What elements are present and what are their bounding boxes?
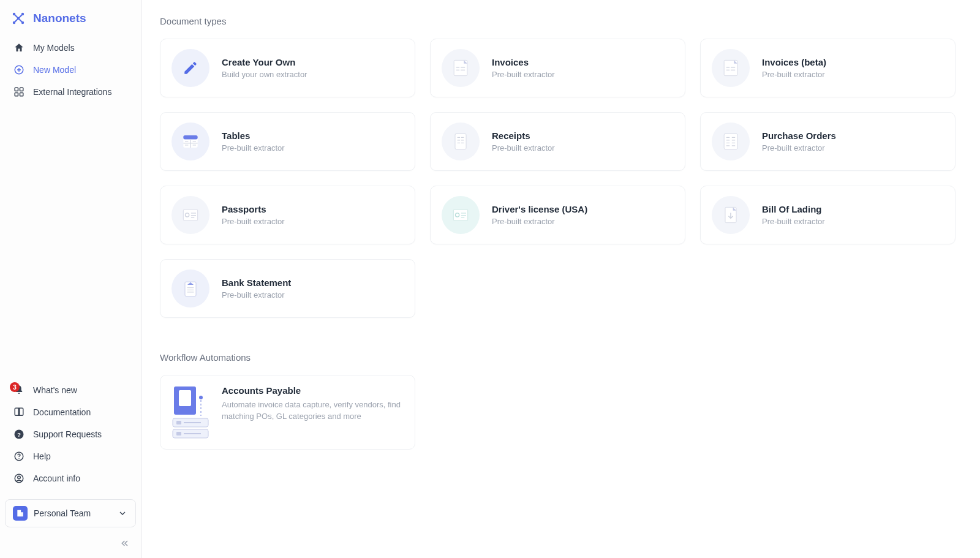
card-purchase-orders[interactable]: Purchase Orders Pre-built extractor (700, 112, 956, 171)
user-circle-icon (13, 473, 24, 484)
sidebar-item-whats-new[interactable]: 3 What's new (5, 379, 136, 401)
card-receipts[interactable]: Receipts Pre-built extractor (430, 112, 685, 171)
workflow-card-accounts-payable[interactable]: Accounts Payable Automate invoice data c… (160, 375, 415, 450)
svg-rect-45 (732, 137, 735, 138)
svg-rect-51 (732, 145, 735, 146)
sidebar-item-help[interactable]: Help (5, 445, 136, 467)
svg-rect-29 (183, 135, 197, 139)
sidebar-item-documentation[interactable]: Documentation (5, 401, 136, 423)
sidebar-item-my-models[interactable]: My Models (5, 37, 136, 59)
svg-rect-40 (461, 140, 464, 140)
workflow-illustration-icon (172, 385, 209, 439)
section-title-workflow-automations: Workflow Automations (160, 352, 956, 363)
workflow-grid: Accounts Payable Automate invoice data c… (160, 375, 956, 450)
svg-point-13 (18, 458, 19, 459)
card-title: Bill Of Lading (762, 204, 825, 214)
card-title: Passports (222, 204, 285, 214)
sidebar-item-label: Support Requests (33, 429, 102, 439)
card-title: Purchase Orders (762, 130, 836, 141)
passport-icon (172, 196, 209, 234)
svg-rect-27 (731, 70, 735, 70)
card-title: Create Your Own (222, 57, 307, 67)
receipt-icon (442, 123, 480, 160)
card-tables[interactable]: Tables Pre-built extractor (160, 112, 415, 171)
svg-rect-6 (15, 88, 18, 91)
svg-rect-73 (184, 422, 201, 423)
notification-badge: 3 (10, 382, 20, 392)
card-subtitle: Pre-built extractor (222, 217, 285, 226)
svg-rect-69 (179, 390, 191, 406)
plus-circle-icon (13, 64, 24, 75)
support-icon: ? (13, 429, 24, 440)
svg-rect-43 (724, 134, 737, 149)
svg-rect-22 (461, 70, 465, 70)
svg-rect-37 (458, 137, 461, 138)
nav-bottom: 3 What's new Documentation ? Support Req… (0, 379, 141, 493)
svg-rect-76 (184, 433, 201, 434)
grid-icon (13, 86, 24, 97)
card-subtitle: Pre-built extractor (222, 290, 291, 300)
workflow-subtitle: Automate invoice data capture, verify ve… (222, 399, 404, 423)
id-card-icon (442, 196, 480, 234)
card-subtitle: Pre-built extractor (492, 70, 555, 79)
svg-rect-35 (193, 145, 196, 145)
card-invoices[interactable]: Invoices Pre-built extractor (430, 39, 685, 97)
collapse-sidebar-button[interactable] (118, 536, 132, 551)
svg-rect-49 (732, 143, 735, 143)
card-subtitle: Pre-built extractor (762, 143, 836, 153)
svg-rect-26 (726, 70, 729, 70)
card-title: Driver's license (USA) (492, 204, 587, 214)
card-subtitle: Pre-built extractor (492, 143, 555, 153)
svg-rect-17 (21, 512, 23, 516)
sidebar-item-support-requests[interactable]: ? Support Requests (5, 423, 136, 445)
svg-rect-44 (726, 137, 729, 138)
team-selector[interactable]: Personal Team (5, 499, 136, 527)
svg-rect-38 (461, 137, 464, 138)
bank-document-icon (172, 270, 209, 307)
card-title: Receipts (492, 130, 555, 141)
svg-rect-56 (191, 217, 194, 218)
svg-rect-59 (461, 213, 466, 213)
team-badge-icon (13, 506, 28, 521)
card-bank-statement[interactable]: Bank Statement Pre-built extractor (160, 259, 415, 318)
svg-rect-19 (456, 67, 459, 67)
sidebar-item-external-integrations[interactable]: External Integrations (5, 81, 136, 103)
svg-rect-41 (458, 143, 461, 143)
sidebar-item-new-model[interactable]: New Model (5, 59, 136, 81)
document-download-icon (712, 196, 750, 234)
card-title: Invoices (beta) (762, 57, 826, 67)
chevron-double-left-icon (120, 538, 130, 548)
svg-rect-42 (461, 143, 464, 143)
card-passports[interactable]: Passports Pre-built extractor (160, 186, 415, 244)
svg-rect-72 (176, 421, 181, 424)
card-invoices-beta[interactable]: Invoices (beta) Pre-built extractor (700, 39, 956, 97)
svg-rect-75 (176, 432, 181, 435)
card-subtitle: Pre-built extractor (762, 70, 826, 79)
document-icon (712, 123, 750, 160)
svg-rect-67 (187, 292, 194, 292)
document-icon (442, 49, 480, 87)
svg-rect-39 (458, 140, 461, 140)
svg-rect-55 (191, 215, 196, 216)
chevron-right-icon (77, 473, 88, 484)
svg-rect-21 (456, 70, 459, 70)
sidebar-item-label: External Integrations (33, 87, 111, 97)
svg-rect-46 (726, 140, 729, 140)
svg-rect-16 (17, 510, 21, 517)
team-label: Personal Team (34, 508, 111, 518)
svg-rect-24 (726, 67, 729, 67)
svg-rect-32 (185, 141, 188, 141)
book-icon (13, 407, 24, 418)
svg-rect-33 (193, 141, 196, 141)
svg-rect-8 (15, 93, 18, 96)
chevron-down-icon (117, 508, 128, 519)
section-title-document-types: Document types (160, 16, 956, 26)
svg-rect-47 (732, 140, 735, 140)
card-drivers-license[interactable]: Driver's license (USA) Pre-built extract… (430, 186, 685, 244)
sidebar-item-account-info[interactable]: Account info (5, 467, 136, 489)
card-subtitle: Pre-built extractor (762, 217, 825, 226)
card-bill-of-lading[interactable]: Bill Of Lading Pre-built extractor (700, 186, 956, 244)
card-create-your-own[interactable]: Create Your Own Build your own extractor (160, 39, 415, 97)
card-subtitle: Pre-built extractor (222, 143, 285, 153)
brand[interactable]: Nanonets (0, 0, 141, 37)
